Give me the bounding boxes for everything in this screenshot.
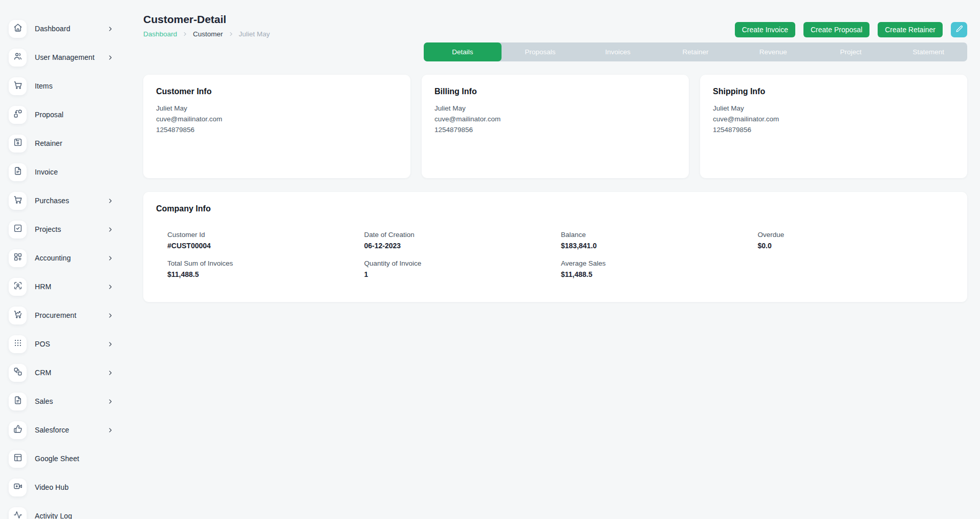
sidebar-item-crm[interactable]: CRM [0,358,128,387]
sidebar-item-sales[interactable]: Sales [0,387,128,416]
field-customer-id: Customer Id#CUST00004 [167,230,364,250]
breadcrumb-item-juliet-may: Juliet May [239,30,270,38]
icon-tile [9,221,27,239]
field-balance: Balance$183,841.0 [561,230,758,250]
sidebar-item-salesforce[interactable]: Salesforce [0,416,128,444]
chevron-right-icon [107,284,114,290]
card-line: cuve@mailinator.com [713,114,954,124]
field-value: $11,488.5 [561,270,758,279]
sidebar-item-user-management[interactable]: User Management [0,43,128,72]
thumbs-up-icon [13,424,23,436]
send-to-back-icon [13,367,23,378]
icon-tile [9,249,27,267]
company-fields-grid: Customer Id#CUST00004Date of Creation06-… [167,230,954,279]
icon-tile [9,163,27,181]
sidebar-item-label: HRM [35,283,51,291]
sidebar: DashboardUser ManagementItemsProposalRet… [0,0,128,519]
sidebar-item-label: Procurement [35,311,76,319]
chevron-right-icon [107,398,114,405]
card-title: Customer Info [156,87,398,96]
field-average-sales: Average Sales$11,488.5 [561,259,758,279]
field-value: 06-12-2023 [364,242,561,250]
field-overdue: Overdue$0.0 [758,230,955,250]
chevron-right-icon [107,341,114,348]
icon-tile [9,135,27,153]
grid-plus-icon [13,252,23,264]
field-label: Customer Id [167,230,364,239]
field-value: $183,841.0 [561,242,758,250]
breadcrumb-item-dashboard[interactable]: Dashboard [143,30,177,38]
create-proposal-button[interactable]: Create Proposal [803,22,869,37]
icon-tile [9,77,27,95]
customer-info-card: Customer InfoJuliet Maycuve@mailinator.c… [143,75,410,178]
tab-details[interactable]: Details [424,42,502,61]
chevron-right-icon [107,26,114,32]
card-line: 1254879856 [434,124,676,135]
tab-statement[interactable]: Statement [889,42,967,61]
sidebar-item-label: Proposal [35,111,63,119]
sidebar-item-procurement[interactable]: Procurement [0,301,128,330]
main-content: Customer-Detail DashboardCustomerJuliet … [128,0,980,519]
grid-dots-icon [13,338,23,350]
card-line: cuve@mailinator.com [434,114,676,124]
card-line: Juliet May [156,103,398,114]
tab-retainer[interactable]: Retainer [657,42,734,61]
user-scan-icon [13,281,23,292]
sidebar-item-projects[interactable]: Projects [0,215,128,244]
card-line: 1254879856 [713,124,954,135]
tab-project[interactable]: Project [812,42,890,61]
cart-icon [13,195,23,206]
chevron-right-icon [107,370,114,376]
card-lines: Juliet Maycuve@mailinator.com1254879856 [713,103,954,135]
icon-tile [9,192,27,210]
icon-tile [9,393,27,410]
field-quantity-of-invoice: Quantity of Invoice1 [364,259,561,279]
icon-tile [9,507,27,519]
info-cards-row: Customer InfoJuliet Maycuve@mailinator.c… [143,75,967,178]
sidebar-item-activity-log[interactable]: Activity Log [0,502,128,519]
sidebar-item-label: Invoice [35,168,58,176]
card-line: Juliet May [434,103,676,114]
breadcrumb: DashboardCustomerJuliet May [143,30,270,38]
icon-tile [9,20,27,38]
sidebar-item-label: Dashboard [35,25,70,33]
app-root: DashboardUser ManagementItemsProposalRet… [0,0,980,519]
create-invoice-button[interactable]: Create Invoice [735,22,795,37]
field-value: $0.0 [758,242,955,250]
sidebar-item-purchases[interactable]: Purchases [0,186,128,215]
sidebar-item-label: POS [35,340,50,348]
tab-revenue[interactable]: Revenue [734,42,812,61]
field-value: 1 [364,270,561,279]
sidebar-item-label: Projects [35,225,61,233]
sidebar-item-video-hub[interactable]: Video Hub [0,473,128,502]
sidebar-item-label: CRM [35,369,51,377]
sidebar-item-retainer[interactable]: Retainer [0,129,128,158]
edit-customer-button[interactable] [951,22,967,37]
sidebar-item-hrm[interactable]: HRM [0,272,128,301]
tab-bar: DetailsProposalsInvoicesRetainerRevenueP… [424,42,967,61]
sidebar-item-label: Items [35,82,53,90]
field-value: $11,488.5 [167,270,364,279]
table-icon [13,453,23,464]
sidebar-item-google-sheet[interactable]: Google Sheet [0,444,128,473]
sidebar-item-proposal[interactable]: Proposal [0,100,128,129]
sidebar-item-accounting[interactable]: Accounting [0,244,128,272]
activity-icon [13,510,23,519]
sidebar-item-pos[interactable]: POS [0,330,128,358]
tab-proposals[interactable]: Proposals [502,42,579,61]
page-title: Customer-Detail [143,13,270,26]
field-label: Total Sum of Invoices [167,259,364,268]
icon-tile [9,479,27,496]
sidebar-item-invoice[interactable]: Invoice [0,158,128,186]
field-label: Balance [561,230,758,239]
header-actions: Create InvoiceCreate ProposalCreate Reta… [735,22,967,37]
create-retainer-button[interactable]: Create Retainer [878,22,943,37]
billing-info-card: Billing InfoJuliet Maycuve@mailinator.co… [422,75,689,178]
tab-invoices[interactable]: Invoices [579,42,657,61]
icon-tile [9,450,27,468]
sidebar-item-items[interactable]: Items [0,72,128,100]
sidebar-item-dashboard[interactable]: Dashboard [0,14,128,43]
replace-icon [13,109,23,120]
title-block: Customer-Detail DashboardCustomerJuliet … [143,13,270,38]
breadcrumb-item-customer: Customer [193,30,223,38]
